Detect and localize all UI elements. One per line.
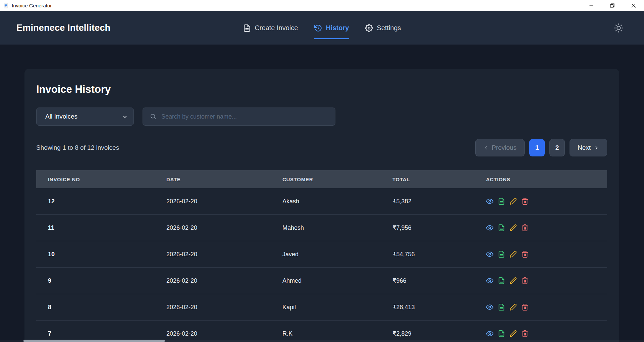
date-cell: 2026-02-20	[166, 224, 282, 231]
view-invoice-button[interactable]	[486, 198, 493, 205]
edit-invoice-button[interactable]	[509, 224, 517, 231]
chevron-left-icon	[483, 145, 489, 150]
table-row: 12 2026-02-20 Akash ₹5,382	[36, 188, 607, 215]
page-button-1[interactable]: 1	[529, 139, 545, 156]
tab-create-invoice[interactable]: Create Invoice	[243, 18, 298, 39]
total-cell: ₹54,756	[392, 251, 486, 258]
navbar: Eminenece Intellitech Create Invoice His…	[0, 11, 644, 45]
file-text-icon	[243, 24, 251, 32]
page-content: Invoice History All Invoices Showing 1 t…	[0, 69, 644, 342]
pdf-file-icon	[498, 330, 505, 337]
invoice-no-cell: 8	[48, 304, 166, 311]
view-invoice-button[interactable]	[486, 303, 493, 311]
tab-label: Create Invoice	[255, 24, 298, 32]
pdf-file-icon	[498, 251, 505, 258]
edit-invoice-button[interactable]	[509, 277, 517, 284]
delete-trash-icon	[521, 330, 529, 337]
page-title: Invoice History	[36, 83, 607, 95]
invoice-no-cell: 12	[48, 198, 166, 205]
edit-invoice-button[interactable]	[509, 303, 517, 311]
tab-label: Settings	[377, 24, 401, 32]
scrollbar-thumb[interactable]	[23, 340, 165, 342]
minimize-button[interactable]	[581, 0, 602, 11]
total-cell: ₹28,413	[392, 303, 486, 311]
actions-cell	[486, 251, 607, 258]
total-cell: ₹5,382	[392, 198, 486, 205]
date-cell: 2026-02-20	[166, 277, 282, 284]
column-header-date: DATE	[166, 177, 282, 182]
invoice-history-card: Invoice History All Invoices Showing 1 t…	[24, 69, 619, 342]
column-header-actions: ACTIONS	[486, 177, 607, 182]
table-row: 7 2026-02-20 R.K ₹2,829	[36, 321, 607, 342]
delete-invoice-button[interactable]	[521, 330, 529, 337]
table-row: 11 2026-02-20 Mahesh ₹7,956	[36, 215, 607, 241]
window-title: Invoice Generator	[12, 3, 52, 8]
download-pdf-button[interactable]	[498, 251, 505, 258]
tab-settings[interactable]: Settings	[365, 18, 401, 39]
edit-invoice-button[interactable]	[509, 251, 517, 258]
date-cell: 2026-02-20	[166, 198, 282, 205]
view-invoice-button[interactable]	[486, 224, 493, 231]
delete-invoice-button[interactable]	[521, 224, 529, 231]
selected-filter-value: All Invoices	[45, 113, 77, 120]
pdf-file-icon	[498, 277, 505, 284]
column-header-total: TOTAL	[392, 177, 486, 182]
meta-row: Showing 1 to 8 of 12 invoices Previous 1…	[36, 139, 607, 156]
date-cell: 2026-02-20	[166, 330, 282, 337]
view-eye-icon	[486, 251, 493, 258]
gear-icon	[365, 24, 373, 32]
next-page-button[interactable]: Next	[570, 139, 607, 156]
search-input[interactable]	[161, 113, 330, 120]
download-pdf-button[interactable]	[498, 303, 505, 311]
delete-trash-icon	[521, 277, 529, 284]
history-icon	[314, 24, 322, 32]
table-row: 9 2026-02-20 Ahmed ₹966	[36, 268, 607, 294]
app-icon	[3, 3, 9, 8]
total-cell: ₹966	[392, 277, 486, 284]
next-label: Next	[578, 144, 591, 151]
actions-cell	[486, 224, 607, 231]
delete-invoice-button[interactable]	[521, 198, 529, 205]
column-header-invoice-no: INVOICE NO	[48, 177, 166, 182]
download-pdf-button[interactable]	[498, 224, 505, 231]
window-titlebar: Invoice Generator	[0, 0, 644, 11]
edit-pencil-icon	[509, 224, 517, 231]
edit-invoice-button[interactable]	[509, 330, 517, 337]
customer-cell: Ahmed	[282, 277, 392, 284]
invoice-no-cell: 7	[48, 330, 166, 337]
search-box[interactable]	[143, 108, 335, 126]
table-body: 12 2026-02-20 Akash ₹5,382 11 2026-02-20…	[36, 188, 607, 342]
edit-pencil-icon	[509, 198, 517, 205]
delete-invoice-button[interactable]	[521, 251, 529, 258]
pdf-file-icon	[498, 198, 505, 205]
delete-trash-icon	[521, 224, 529, 231]
theme-toggle-button[interactable]	[613, 22, 624, 33]
invoice-filter-select[interactable]: All Invoices	[36, 108, 134, 126]
close-button[interactable]	[623, 0, 644, 11]
edit-invoice-button[interactable]	[509, 198, 517, 205]
view-invoice-button[interactable]	[486, 251, 493, 258]
delete-invoice-button[interactable]	[521, 277, 529, 284]
table-header-row: INVOICE NO DATE CUSTOMER TOTAL ACTIONS	[36, 170, 607, 188]
previous-page-button[interactable]: Previous	[475, 139, 525, 156]
delete-trash-icon	[521, 251, 529, 258]
column-header-customer: CUSTOMER	[282, 177, 392, 182]
edit-pencil-icon	[509, 330, 517, 337]
table-row: 8 2026-02-20 Kapil ₹28,413	[36, 294, 607, 321]
download-pdf-button[interactable]	[498, 198, 505, 205]
window-controls	[581, 0, 644, 11]
customer-cell: Akash	[282, 198, 392, 205]
view-invoice-button[interactable]	[486, 277, 493, 284]
invoice-no-cell: 9	[48, 277, 166, 284]
download-pdf-button[interactable]	[498, 277, 505, 284]
page-button-2[interactable]: 2	[549, 139, 565, 156]
tab-history[interactable]: History	[314, 18, 349, 39]
maximize-button[interactable]	[602, 0, 623, 11]
horizontal-scrollbar[interactable]	[0, 340, 644, 342]
delete-invoice-button[interactable]	[521, 303, 529, 311]
pdf-file-icon	[498, 224, 505, 231]
view-invoice-button[interactable]	[486, 330, 493, 337]
view-eye-icon	[486, 224, 493, 231]
search-icon	[150, 113, 157, 120]
download-pdf-button[interactable]	[498, 330, 505, 337]
